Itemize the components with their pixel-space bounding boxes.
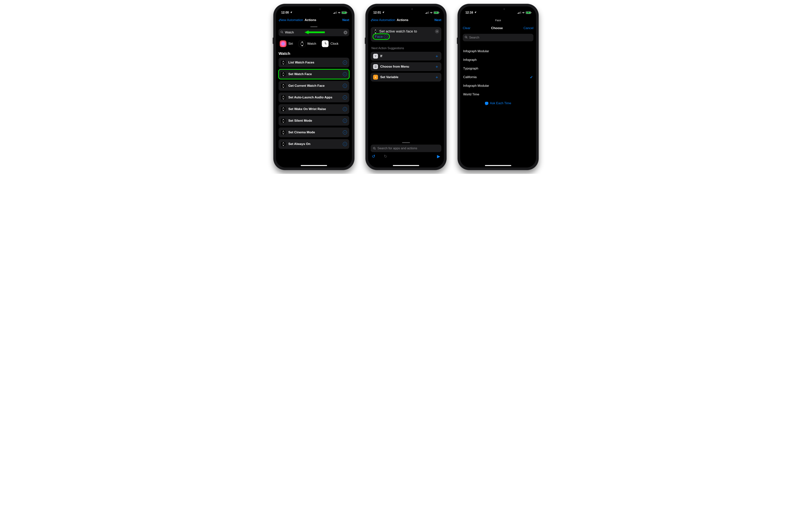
svg-rect-10 — [427, 12, 428, 14]
toolbar: ↺ ↻ ▶ — [371, 152, 441, 159]
undo-icon[interactable]: ↺ — [372, 154, 375, 159]
back-button[interactable]: ‹ New Automation — [278, 18, 303, 22]
option-row[interactable]: Typograph — [463, 64, 534, 73]
app-clock[interactable]: Clock — [322, 40, 339, 47]
svg-line-19 — [466, 38, 467, 38]
watch-icon — [281, 95, 286, 100]
notch — [392, 6, 420, 12]
ask-each-time[interactable]: Ask Each Time — [463, 101, 534, 105]
info-icon[interactable]: i — [343, 142, 347, 146]
option-label: Infograph Modular — [463, 49, 489, 53]
svg-line-5 — [282, 33, 283, 33]
suggestion-label: If — [380, 54, 433, 58]
back-label: New Automation — [372, 18, 395, 22]
action-text: Set active watch face to — [379, 29, 417, 34]
clear-button[interactable]: Clear — [463, 26, 470, 30]
cancel-button[interactable]: Cancel — [523, 26, 534, 30]
svg-rect-1 — [335, 12, 335, 14]
phone-2: 12:01 ‹ New Automation Actions Next — [365, 4, 447, 170]
next-button[interactable]: Next — [342, 18, 349, 22]
info-icon[interactable]: i — [343, 95, 347, 100]
app-siri[interactable]: Siri — [280, 40, 293, 47]
option-row[interactable]: Infograph Modular — [463, 81, 534, 90]
svg-point-4 — [281, 31, 283, 33]
search-field[interactable] — [463, 34, 534, 41]
add-icon[interactable]: ＋ — [435, 53, 439, 59]
search-input[interactable] — [285, 31, 342, 34]
home-indicator[interactable] — [485, 165, 511, 166]
option-label: Typograph — [463, 67, 478, 70]
sheet-grabber[interactable] — [310, 26, 317, 27]
info-icon[interactable]: i — [343, 130, 347, 134]
info-icon[interactable]: i — [343, 60, 347, 65]
suggestion-row[interactable]: YIf＋ — [371, 52, 441, 60]
nav-title: Actions — [305, 18, 316, 22]
svg-rect-11 — [428, 11, 429, 14]
action-row[interactable]: Set Wake On Wrist Raisei — [278, 104, 349, 114]
clear-icon[interactable]: ✕ — [344, 31, 347, 34]
info-icon[interactable]: i — [343, 119, 347, 123]
action-row[interactable]: Set Silent Modei — [278, 116, 349, 126]
action-row[interactable]: Set Auto-Launch Audio Appsi — [278, 93, 349, 102]
location-icon — [474, 11, 477, 14]
nav-bar: ‹ New Automation Actions Next — [368, 16, 444, 24]
screen-2: 12:01 ‹ New Automation Actions Next — [368, 6, 444, 168]
action-row[interactable]: List Watch Facesi — [278, 58, 349, 67]
info-icon[interactable]: i — [343, 72, 347, 76]
suggestion-row[interactable]: xSet Variable＋ — [371, 73, 441, 81]
notch — [484, 6, 512, 12]
action-row[interactable]: Set Always Oni — [278, 139, 349, 149]
face-param-pill[interactable]: Face › — [373, 34, 389, 39]
sheet-grabber[interactable] — [402, 142, 410, 143]
wifi-icon — [522, 11, 525, 14]
wifi-icon — [338, 11, 341, 14]
home-indicator[interactable] — [393, 165, 419, 166]
add-icon[interactable]: ＋ — [435, 64, 439, 69]
svg-rect-0 — [334, 13, 334, 14]
sheet-title-small: Face — [460, 19, 536, 22]
option-row[interactable]: Infograph Modular — [463, 47, 534, 56]
suggestion-row[interactable]: ☰Choose from Menu＋ — [371, 62, 441, 71]
redo-icon[interactable]: ↻ — [384, 154, 387, 159]
option-row[interactable]: California✓ — [463, 73, 534, 81]
search-input[interactable] — [469, 36, 531, 40]
option-label: Infograph — [463, 58, 477, 62]
search-field[interactable]: ✕ — [278, 29, 349, 36]
nav-title: Actions — [397, 18, 408, 22]
action-row[interactable]: Get Current Watch Facei — [278, 81, 349, 91]
add-icon[interactable]: ＋ — [435, 74, 439, 80]
info-icon[interactable]: i — [343, 107, 347, 111]
svg-point-18 — [465, 36, 467, 38]
suggestion-icon: ☰ — [373, 64, 378, 69]
option-row[interactable]: World Time — [463, 90, 534, 99]
option-row[interactable]: Infograph — [463, 56, 534, 64]
svg-rect-14 — [518, 13, 518, 14]
suggestion-icon: x — [373, 75, 378, 79]
action-card[interactable]: ✕ Set active watch face to Face › — [371, 27, 441, 42]
home-indicator[interactable] — [301, 165, 327, 166]
watch-icon — [281, 142, 286, 147]
disclosure-icon: › — [384, 35, 388, 39]
svg-rect-8 — [425, 13, 426, 14]
svg-rect-9 — [426, 12, 427, 14]
action-label: Set Watch Face — [288, 72, 340, 76]
back-button[interactable]: ‹ New Automation — [371, 18, 395, 22]
ask-label: Ask Each Time — [490, 101, 511, 105]
app-chips: Siri Watch Clock — [278, 36, 349, 51]
action-row[interactable]: Set Cinema Modei — [278, 127, 349, 137]
suggestions-header: Next Action Suggestions — [371, 47, 441, 50]
play-icon[interactable]: ▶ — [437, 154, 440, 159]
svg-rect-2 — [335, 12, 336, 14]
back-label: New Automation — [280, 18, 303, 22]
action-label: Set Silent Mode — [288, 119, 340, 123]
search-field[interactable]: Search for apps and actions — [371, 145, 441, 152]
close-icon[interactable]: ✕ — [435, 29, 439, 34]
info-icon[interactable]: i — [343, 84, 347, 88]
suggestion-list: YIf＋☰Choose from Menu＋xSet Variable＋ — [371, 52, 441, 81]
svg-rect-15 — [519, 12, 519, 14]
svg-rect-16 — [519, 12, 520, 14]
action-list: List Watch FacesiSet Watch FaceiGet Curr… — [278, 58, 349, 149]
next-button[interactable]: Next — [435, 18, 441, 22]
app-watch[interactable]: Watch — [299, 40, 316, 47]
action-row[interactable]: Set Watch Facei — [278, 69, 349, 79]
